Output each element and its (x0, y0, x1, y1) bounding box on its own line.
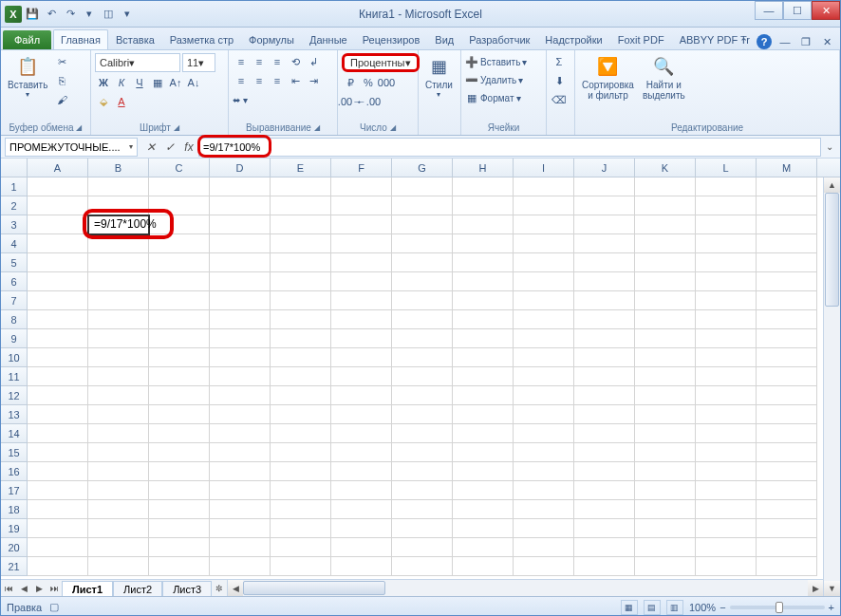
cell[interactable] (392, 196, 453, 215)
cell[interactable] (210, 462, 271, 481)
cell[interactable] (28, 329, 88, 348)
cell[interactable] (574, 443, 635, 462)
cell[interactable] (331, 462, 392, 481)
cell[interactable] (210, 234, 271, 253)
cell[interactable] (696, 386, 757, 405)
row-header[interactable]: 2 (1, 196, 28, 215)
cell[interactable] (210, 348, 271, 367)
dec-decimal-icon[interactable]: ←.00 (360, 93, 377, 110)
cell[interactable] (514, 196, 574, 215)
row-header[interactable]: 5 (1, 253, 28, 272)
cell[interactable] (149, 443, 210, 462)
cell[interactable] (696, 329, 757, 348)
cell[interactable] (574, 557, 635, 576)
cell[interactable] (453, 272, 514, 291)
cell[interactable] (757, 500, 817, 519)
cell[interactable] (635, 443, 696, 462)
cell[interactable] (514, 557, 574, 576)
sheet-nav-prev-icon[interactable]: ◀ (16, 581, 31, 596)
cell[interactable] (453, 367, 514, 386)
scroll-right-icon[interactable]: ▶ (808, 580, 823, 596)
cell[interactable] (574, 367, 635, 386)
cell[interactable] (271, 291, 331, 310)
cell[interactable] (635, 405, 696, 424)
cell[interactable] (331, 386, 392, 405)
cell[interactable] (28, 500, 88, 519)
row-header[interactable]: 1 (1, 177, 28, 196)
fill-color-button[interactable]: ⬙ (95, 93, 112, 110)
cell[interactable] (514, 538, 574, 557)
cell[interactable] (149, 253, 210, 272)
horizontal-scrollbar[interactable]: ◀ ▶ (227, 580, 823, 596)
cell[interactable] (696, 462, 757, 481)
cell[interactable] (514, 215, 574, 234)
col-L[interactable]: L (696, 159, 757, 177)
shrink-font-icon[interactable]: A↓ (185, 74, 202, 91)
col-A[interactable]: A (28, 159, 88, 177)
cell[interactable] (514, 462, 574, 481)
cell[interactable] (392, 424, 453, 443)
cell[interactable] (696, 367, 757, 386)
cell[interactable] (210, 196, 271, 215)
maximize-button[interactable]: ☐ (783, 1, 812, 20)
cell[interactable] (88, 500, 149, 519)
cell[interactable] (514, 329, 574, 348)
cell[interactable] (210, 443, 271, 462)
cell[interactable] (635, 234, 696, 253)
tab-insert[interactable]: Вставка (108, 29, 162, 49)
zoom-slider-handle[interactable] (776, 602, 783, 613)
cell[interactable] (453, 177, 514, 196)
cell[interactable] (453, 405, 514, 424)
cell[interactable] (635, 253, 696, 272)
cell[interactable] (149, 538, 210, 557)
cell[interactable] (392, 253, 453, 272)
cell[interactable] (392, 177, 453, 196)
cell[interactable] (453, 310, 514, 329)
grow-font-icon[interactable]: A↑ (167, 74, 184, 91)
cell[interactable] (514, 405, 574, 424)
indent-inc-icon[interactable]: ⇥ (305, 72, 322, 89)
cell[interactable] (635, 481, 696, 500)
formula-input[interactable]: =9/17*100% =9/17*100% (198, 138, 821, 157)
cell[interactable] (574, 386, 635, 405)
row-header[interactable]: 18 (1, 500, 28, 519)
cell[interactable] (696, 348, 757, 367)
orientation-icon[interactable]: ⟲ (287, 53, 304, 70)
cell[interactable] (331, 481, 392, 500)
row-header[interactable]: 3 (1, 215, 28, 234)
wrap-text-icon[interactable]: ↲ (305, 53, 322, 70)
cell[interactable] (757, 386, 817, 405)
cell[interactable] (392, 462, 453, 481)
cell[interactable] (271, 519, 331, 538)
cell[interactable] (331, 234, 392, 253)
zoom-level[interactable]: 100% (689, 602, 716, 613)
cell[interactable] (453, 462, 514, 481)
cell[interactable] (757, 329, 817, 348)
paste-button[interactable]: 📋 Вставить ▾ (5, 53, 50, 101)
cell[interactable] (696, 424, 757, 443)
sheet-tab-2[interactable]: Лист2 (113, 581, 162, 597)
cell[interactable] (210, 519, 271, 538)
cell[interactable] (635, 272, 696, 291)
cell[interactable] (757, 405, 817, 424)
cell[interactable] (88, 443, 149, 462)
tab-review[interactable]: Рецензиров (355, 29, 428, 49)
cell[interactable] (574, 462, 635, 481)
number-launcher-icon[interactable]: ◢ (390, 123, 396, 132)
cell[interactable] (392, 272, 453, 291)
cell[interactable] (574, 215, 635, 234)
cell[interactable] (392, 386, 453, 405)
cell[interactable] (88, 519, 149, 538)
col-C[interactable]: C (149, 159, 210, 177)
bold-button[interactable]: Ж (95, 74, 112, 91)
cell[interactable] (149, 272, 210, 291)
cell[interactable] (757, 481, 817, 500)
cell[interactable] (757, 424, 817, 443)
cell[interactable] (28, 234, 88, 253)
scroll-up-icon[interactable]: ▲ (824, 177, 840, 193)
col-D[interactable]: D (210, 159, 271, 177)
sheet-nav-last-icon[interactable]: ⏭ (47, 581, 62, 596)
minimize-button[interactable]: — (755, 1, 783, 20)
help-icon[interactable]: ? (757, 34, 772, 49)
merge-button[interactable]: ⬌ ▾ (233, 91, 248, 108)
